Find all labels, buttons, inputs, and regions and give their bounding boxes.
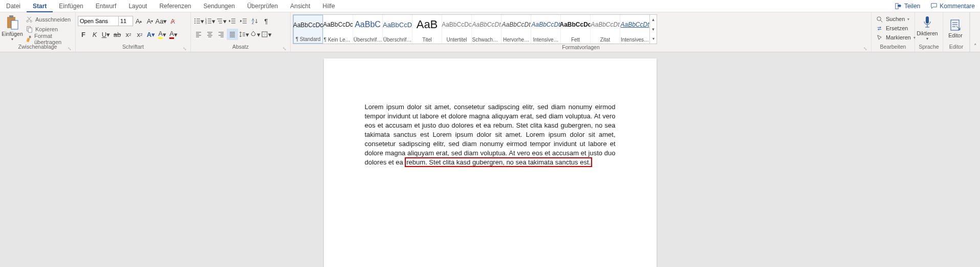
scissors-icon bbox=[25, 15, 33, 24]
clear-format-button[interactable]: A̷ bbox=[167, 15, 178, 27]
editor-group-label: Editor bbox=[949, 44, 963, 50]
numbering-button[interactable]: 123▾ bbox=[204, 15, 215, 27]
style-intensive[interactable]: AaBbCcDtIntensive… bbox=[531, 15, 560, 44]
svg-rect-2 bbox=[9, 15, 13, 18]
font-color-button[interactable]: A▾ bbox=[168, 29, 179, 40]
styles-more[interactable]: ▾ bbox=[650, 34, 657, 44]
shading-button[interactable]: ▾ bbox=[249, 29, 260, 40]
search-icon bbox=[875, 15, 883, 23]
svg-text:3: 3 bbox=[205, 22, 207, 25]
tab-referenzen[interactable]: Referenzen bbox=[153, 0, 197, 12]
voice-group-label: Sprache bbox=[919, 44, 939, 50]
bold-button[interactable]: F bbox=[78, 29, 89, 40]
svg-text:Z: Z bbox=[252, 21, 254, 25]
editor-button[interactable]: Editor bbox=[945, 13, 966, 43]
svg-point-5 bbox=[30, 20, 32, 22]
strikethrough-button[interactable]: ab bbox=[112, 29, 123, 40]
align-right-button[interactable] bbox=[215, 29, 227, 40]
style-zitat[interactable]: AaBbCcDtZitat bbox=[590, 15, 620, 44]
style-schwacheherv[interactable]: AaBbCcDtSchwache… bbox=[471, 15, 501, 44]
tab-start[interactable]: Start bbox=[27, 0, 53, 12]
style-intensivesz[interactable]: AaBbCcDtIntensives… bbox=[620, 15, 649, 44]
highlighted-last-line[interactable]: rebum. Stet clita kasd gubergren, no sea… bbox=[405, 157, 592, 167]
font-size-input[interactable] bbox=[119, 16, 133, 26]
style-standard[interactable]: AaBbCcDc¶ Standard bbox=[293, 15, 323, 44]
tab-hilfe[interactable]: Hilfe bbox=[316, 0, 341, 12]
page[interactable]: Lorem ipsum dolor sit amet, consetetur s… bbox=[324, 58, 657, 267]
superscript-button[interactable]: x2 bbox=[134, 29, 145, 40]
tab-datei[interactable]: Datei bbox=[0, 0, 27, 12]
tab-einfügen[interactable]: Einfügen bbox=[53, 0, 89, 12]
tab-sendungen[interactable]: Sendungen bbox=[198, 0, 241, 12]
font-launcher[interactable]: ⤡ bbox=[182, 46, 187, 51]
tab-überprüfen[interactable]: Überprüfen bbox=[241, 0, 284, 12]
style-titel[interactable]: AaBTitel bbox=[412, 15, 442, 44]
collapse-ribbon-button[interactable]: ˄ bbox=[974, 43, 977, 52]
style-überschrift2[interactable]: AaBbCcDÜberschrif… bbox=[382, 15, 412, 44]
paragraph-launcher[interactable]: ⤡ bbox=[282, 46, 287, 51]
style-hervorhebung[interactable]: AaBbCcDtHervorhe… bbox=[501, 15, 531, 44]
sort-button[interactable]: AZ bbox=[249, 15, 260, 27]
font-group-label: Schriftart bbox=[122, 44, 144, 50]
italic-button[interactable]: K bbox=[89, 29, 100, 40]
svg-point-4 bbox=[27, 20, 29, 22]
share-button[interactable]: Teilen bbox=[890, 0, 925, 12]
svg-point-10 bbox=[194, 20, 195, 22]
grow-font-button[interactable]: A▴ bbox=[133, 15, 144, 27]
style-keinleerraum[interactable]: AaBbCcDc¶ Kein Lee… bbox=[323, 15, 353, 44]
align-left-button[interactable] bbox=[193, 29, 204, 40]
format-painter-button[interactable]: Format übertragen bbox=[24, 34, 73, 44]
decrease-indent-button[interactable] bbox=[227, 15, 238, 27]
comments-button[interactable]: Kommentare bbox=[925, 0, 980, 12]
change-case-button[interactable]: Aa▾ bbox=[156, 15, 167, 27]
style-untertitel[interactable]: AaBbCcDcUntertitel bbox=[442, 15, 471, 44]
svg-rect-19 bbox=[926, 16, 929, 24]
text-effects-button[interactable]: A▾ bbox=[145, 29, 157, 40]
increase-indent-button[interactable] bbox=[238, 15, 249, 27]
select-button[interactable]: Markieren▾ bbox=[874, 33, 917, 42]
multilevel-list-button[interactable]: ▾ bbox=[215, 15, 227, 27]
styles-up[interactable]: ▲ bbox=[650, 15, 657, 25]
paragraph-group-label: Absatz bbox=[232, 44, 249, 50]
borders-button[interactable]: ▾ bbox=[260, 29, 272, 40]
align-center-button[interactable] bbox=[204, 29, 215, 40]
copy-icon bbox=[25, 25, 33, 33]
style-überschrift1[interactable]: AaBbCÜberschrif… bbox=[353, 15, 382, 44]
svg-point-18 bbox=[877, 16, 880, 20]
shrink-font-button[interactable]: A▾ bbox=[144, 15, 156, 27]
svg-rect-8 bbox=[29, 35, 31, 37]
svg-point-9 bbox=[194, 18, 195, 19]
styles-gallery[interactable]: AaBbCcDc¶ StandardAaBbCcDc¶ Kein Lee…AaB… bbox=[293, 14, 657, 44]
highlight-color-button[interactable]: A▾ bbox=[157, 29, 168, 40]
styles-down[interactable]: ▼ bbox=[650, 25, 657, 34]
font-name-input[interactable] bbox=[78, 16, 119, 26]
line-spacing-button[interactable]: ▾ bbox=[238, 29, 249, 40]
tab-entwurf[interactable]: Entwurf bbox=[90, 0, 123, 12]
svg-rect-20 bbox=[951, 20, 959, 30]
justify-button[interactable] bbox=[227, 29, 238, 40]
svg-rect-3 bbox=[11, 20, 18, 29]
cursor-icon bbox=[875, 33, 883, 42]
ribbon: Einfügen ▾ Ausschneiden Kopieren Format … bbox=[0, 12, 980, 52]
styles-group-label: Formatvorlagen bbox=[562, 44, 600, 50]
clipboard-group-label: Zwischenablage bbox=[18, 44, 57, 50]
editing-group-label: Bearbeiten bbox=[880, 44, 906, 50]
menu-tabs: DateiStartEinfügenEntwurfLayoutReferenze… bbox=[0, 0, 980, 12]
document-area[interactable]: Lorem ipsum dolor sit amet, consetetur s… bbox=[0, 52, 980, 267]
show-marks-button[interactable]: ¶ bbox=[260, 15, 272, 27]
styles-launcher[interactable]: ⤡ bbox=[863, 46, 868, 51]
clipboard-launcher[interactable]: ⤡ bbox=[67, 46, 72, 51]
subscript-button[interactable]: x2 bbox=[123, 29, 134, 40]
style-fett[interactable]: AaBbCcDcFett bbox=[560, 15, 590, 44]
brush-icon bbox=[25, 35, 32, 43]
tab-layout[interactable]: Layout bbox=[122, 0, 153, 12]
replace-button[interactable]: Ersetzen bbox=[874, 24, 909, 33]
underline-button[interactable]: U▾ bbox=[100, 29, 112, 40]
tab-ansicht[interactable]: Ansicht bbox=[284, 0, 316, 12]
dictate-button[interactable]: Diktieren ▾ bbox=[917, 13, 938, 43]
cut-button[interactable]: Ausschneiden bbox=[24, 14, 73, 24]
paragraph-text[interactable]: Lorem ipsum dolor sit amet, consetetur s… bbox=[365, 102, 616, 167]
find-button[interactable]: Suchen▾ bbox=[874, 14, 911, 24]
paste-button[interactable]: Einfügen ▾ bbox=[2, 13, 23, 43]
bullets-button[interactable]: ▾ bbox=[193, 15, 204, 27]
